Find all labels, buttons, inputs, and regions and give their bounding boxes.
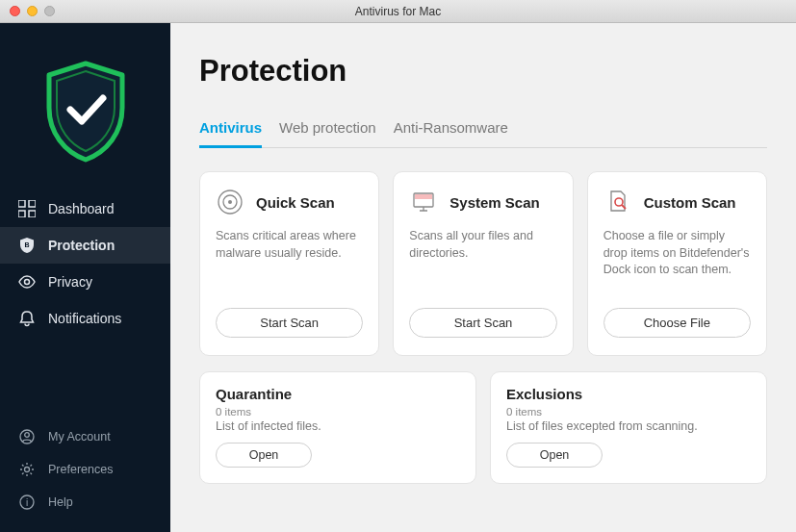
shield-small-icon: B [17,236,37,255]
custom-scan-card: Custom Scan Choose a file or simply drop… [587,171,767,356]
choose-file-button[interactable]: Choose File [603,308,751,338]
card-description: Scans all your files and directories. [409,228,556,279]
svg-rect-2 [18,211,25,217]
page-title: Protection [199,54,767,89]
sidebar-item-dashboard[interactable]: Dashboard [0,190,170,227]
target-icon [216,188,244,216]
card-title: Quarantine [216,386,460,402]
main-content: Protection Antivirus Web protection Anti… [170,23,796,532]
titlebar: Antivirus for Mac [0,0,796,23]
window-title: Antivirus for Mac [355,5,441,18]
help-icon: i [17,493,37,512]
svg-point-8 [25,468,30,472]
system-scan-card: System Scan Scans all your files and dir… [393,171,573,356]
bell-icon [17,309,37,328]
dashboard-icon [17,199,37,218]
svg-text:i: i [26,497,28,508]
sidebar-item-notifications[interactable]: Notifications [0,300,170,337]
sidebar-item-preferences[interactable]: Preferences [0,453,170,486]
tab-antivirus[interactable]: Antivirus [199,114,262,148]
open-exclusions-button[interactable]: Open [506,443,603,468]
sidebar-item-label: Notifications [48,311,121,326]
svg-point-5 [25,280,30,285]
card-count: 0 items [216,406,460,418]
card-description: List of infected files. [216,419,460,433]
svg-rect-3 [29,211,36,217]
sidebar-item-help[interactable]: i Help [0,486,170,519]
info-cards-row: Quarantine 0 items List of infected file… [199,371,767,484]
card-description: Choose a file or simply drop items on Bi… [603,228,751,279]
svg-rect-0 [18,200,25,207]
svg-rect-1 [29,200,36,207]
svg-text:B: B [24,241,29,248]
card-description: Scans critical areas where malware usual… [216,228,363,279]
card-count: 0 items [506,406,751,418]
sidebar-item-protection[interactable]: B Protection [0,227,170,264]
tabs: Antivirus Web protection Anti-Ransomware [199,114,767,148]
close-icon[interactable] [10,6,20,16]
sidebar-item-account[interactable]: My Account [0,420,170,453]
card-title: Quick Scan [256,194,335,211]
svg-rect-15 [415,194,432,199]
sidebar-bottom: My Account Preferences i Help [0,420,170,519]
sidebar-item-label: Dashboard [48,201,115,216]
minimize-icon[interactable] [27,6,38,16]
sidebar-item-label: My Account [48,430,111,443]
card-title: System Scan [449,194,539,211]
card-title: Exclusions [506,386,751,402]
open-quarantine-button[interactable]: Open [216,443,312,468]
gear-icon [17,460,37,479]
quick-scan-card: Quick Scan Scans critical areas where ma… [199,171,379,356]
scan-cards-row: Quick Scan Scans critical areas where ma… [199,171,767,356]
monitor-icon [409,188,438,216]
svg-point-13 [228,200,232,204]
sidebar-item-label: Protection [48,238,115,253]
exclusions-card: Exclusions 0 items List of files excepte… [490,371,767,484]
quarantine-card: Quarantine 0 items List of infected file… [199,371,476,484]
card-description: List of files excepted from scanning. [506,419,751,433]
card-title: Custom Scan [644,194,736,211]
sidebar-item-label: Privacy [48,274,92,290]
sidebar-item-label: Help [48,495,73,509]
tab-anti-ransomware[interactable]: Anti-Ransomware [394,114,508,148]
tab-web-protection[interactable]: Web protection [279,114,376,148]
traffic-lights [10,6,55,16]
shield-icon [41,60,130,164]
start-system-scan-button[interactable]: Start Scan [409,308,556,338]
eye-icon [17,272,37,291]
app-logo [0,42,170,190]
sidebar-nav: Dashboard B Protection Privacy Notificat… [0,190,170,337]
user-icon [17,427,37,446]
file-search-icon [603,188,632,216]
svg-point-18 [615,198,623,206]
maximize-icon[interactable] [44,6,55,16]
sidebar: Dashboard B Protection Privacy Notificat… [0,23,170,532]
sidebar-item-privacy[interactable]: Privacy [0,264,170,300]
svg-point-7 [25,433,30,438]
start-quick-scan-button[interactable]: Start Scan [216,308,363,338]
sidebar-item-label: Preferences [48,463,113,476]
